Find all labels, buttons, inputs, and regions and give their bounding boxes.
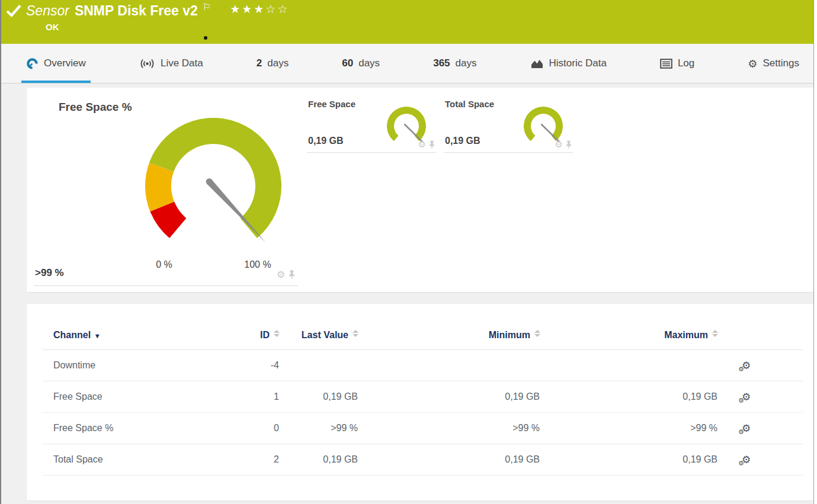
channel-id: 0 [214, 413, 280, 444]
sensor-header: Sensor SNMP Disk Free v2 ⚐ ★★★☆☆ OK [1, 0, 813, 44]
channel-row[interactable]: Free Space 1 0,19 GB 0,19 GB 0,19 GB ⚙⚙ [43, 381, 803, 413]
channel-settings-gear-icon[interactable]: ⚙⚙ [742, 454, 751, 466]
channel-id: -4 [214, 350, 280, 381]
star-filled-icon[interactable]: ★ [254, 2, 265, 15]
channel-settings-gear-icon[interactable]: ⚙⚙ [742, 359, 751, 371]
gauge-scale-min-label: 0 % [146, 259, 182, 270]
primary-gauge-title: Free Space % [59, 101, 132, 114]
broadcast-icon [139, 58, 155, 69]
column-header-actions [718, 330, 803, 350]
star-empty-icon[interactable]: ☆ [265, 2, 277, 15]
pin-icon[interactable] [429, 140, 435, 149]
channel-maximum: >99 % [540, 413, 718, 444]
channel-minimum: 0,19 GB [358, 381, 540, 413]
channel-minimum: 0,19 GB [358, 444, 540, 476]
gauge-icon [26, 57, 39, 70]
prtg-sensor-page: Sensor SNMP Disk Free v2 ⚐ ★★★☆☆ OK Over… [0, 0, 814, 504]
column-header-last-value[interactable]: Last Value [280, 330, 358, 350]
channel-minimum [358, 350, 540, 381]
mini-gauge-value: 0,19 GB [308, 136, 344, 146]
rating-stars[interactable]: ★★★☆☆ [230, 2, 289, 15]
overview-content: Free Space % 0 % 100 % >99 % ⚙ Free Spac… [1, 84, 813, 504]
channel-name: Total Space [43, 444, 214, 476]
channel-id: 1 [214, 381, 280, 413]
tab-overview[interactable]: Overview [21, 44, 91, 83]
mini-gauge-title: Total Space [445, 99, 494, 109]
caret-down-icon: ▾ [95, 332, 99, 340]
tab-2-days[interactable]: 2 days [252, 44, 293, 83]
column-header-id[interactable]: ID [214, 330, 280, 350]
channel-settings-gear-icon[interactable]: ⚙⚙ [742, 391, 751, 403]
gear-icon: ⚙ [748, 57, 757, 70]
channel-minimum: >99 % [358, 413, 540, 444]
mini-gauge-panel: Free Space 0,19 GB ⚙ [307, 98, 436, 153]
mini-gauge-value: 0,19 GB [445, 136, 480, 146]
pin-icon[interactable] [289, 270, 295, 279]
area-chart-icon [530, 58, 544, 69]
sensor-status-text: OK [46, 22, 813, 32]
pin-icon[interactable] [566, 140, 572, 149]
column-header-minimum[interactable]: Minimum [358, 330, 540, 350]
channels-table-header-row: Channel▾ ID Last Value Minimum Maximum [43, 330, 803, 350]
column-header-maximum[interactable]: Maximum [540, 330, 718, 350]
sensor-tabbar: Overview Live Data 2 days 60 days 365 da… [1, 44, 813, 84]
channel-last-value: 0,19 GB [280, 381, 358, 413]
primary-gauge-divider [34, 285, 298, 286]
priority-flag-icon[interactable]: ⚐ [203, 1, 211, 12]
channel-maximum: 0,19 GB [540, 444, 718, 476]
channel-last-value: >99 % [280, 413, 358, 444]
channel-maximum: 0,19 GB [540, 381, 718, 413]
star-filled-icon[interactable]: ★ [230, 2, 242, 15]
tab-historic-data[interactable]: Historic Data [526, 44, 611, 83]
channel-name: Free Space [43, 381, 214, 413]
gear-icon[interactable]: ⚙ [277, 269, 285, 280]
log-icon [660, 59, 672, 69]
sensor-name: SNMP Disk Free v2 [75, 3, 198, 19]
sort-arrows-icon [534, 330, 540, 337]
star-filled-icon[interactable]: ★ [242, 2, 254, 15]
channel-row[interactable]: Downtime -4 ⚙⚙ [43, 350, 803, 381]
channel-id: 2 [214, 444, 280, 476]
channels-table: Channel▾ ID Last Value Minimum Maximum [43, 330, 803, 476]
tab-log[interactable]: Log [655, 44, 699, 83]
gear-icon[interactable]: ⚙ [418, 139, 426, 150]
gear-icon[interactable]: ⚙ [555, 139, 563, 150]
marker-dot [204, 36, 207, 40]
sort-arrows-icon [712, 330, 718, 337]
mini-gauge-panel: Total Space 0,19 GB ⚙ [444, 98, 573, 153]
channel-row[interactable]: Total Space 2 0,19 GB 0,19 GB 0,19 GB ⚙⚙ [43, 444, 803, 476]
tab-365-days[interactable]: 365 days [428, 44, 481, 83]
channel-last-value [280, 350, 358, 381]
primary-gauge-value: >99 % [35, 267, 64, 279]
channels-card: Channel▾ ID Last Value Minimum Maximum [27, 304, 813, 500]
sort-arrows-icon [274, 330, 280, 337]
star-empty-icon[interactable]: ☆ [277, 2, 289, 15]
channel-settings-gear-icon[interactable]: ⚙⚙ [742, 422, 751, 434]
channel-maximum [540, 350, 718, 381]
tab-live-data[interactable]: Live Data [134, 44, 208, 83]
tab-settings[interactable]: ⚙ Settings [743, 44, 804, 83]
sort-arrows-icon [353, 330, 358, 337]
gauge-scale-max-label: 100 % [235, 259, 280, 270]
channel-last-value: 0,19 GB [280, 444, 358, 476]
channel-name: Free Space % [43, 413, 214, 444]
primary-gauge [139, 112, 287, 260]
column-header-channel[interactable]: Channel▾ [43, 330, 214, 350]
sensor-type-label: Sensor [26, 3, 69, 19]
channel-name: Downtime [43, 350, 214, 381]
channel-row[interactable]: Free Space % 0 >99 % >99 % >99 % ⚙⚙ [43, 413, 803, 444]
mini-gauge-title: Free Space [308, 99, 355, 109]
gauges-card: Free Space % 0 % 100 % >99 % ⚙ Free Spac… [27, 88, 813, 292]
status-ok-check-icon [6, 4, 21, 18]
tab-60-days[interactable]: 60 days [337, 44, 385, 83]
